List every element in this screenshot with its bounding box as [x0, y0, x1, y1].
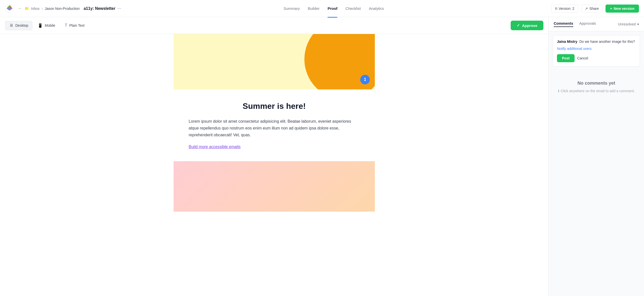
comment-pin-number: 1	[364, 77, 366, 82]
email-heading: Summer is here!	[189, 102, 360, 111]
right-sidebar: Comments Approvals Unresolved ▾ Jaina Mi…	[548, 17, 644, 296]
main-area: 🖥 Desktop 📱 Mobile T Plain Text ✓ Approv…	[0, 17, 644, 296]
cancel-comment-button[interactable]: Cancel	[577, 56, 588, 60]
folder-icon: 📁	[25, 7, 29, 11]
no-comments-hint: ℹ Click anywhere on the email to add a c…	[555, 89, 638, 93]
breadcrumb-separator: ›	[42, 7, 43, 11]
email-content: 1 Summer is here! Lorem ipsum dolor sit …	[174, 34, 375, 212]
app-logo	[5, 4, 14, 13]
email-body-text: Lorem ipsum dolor sit amet consectetur a…	[189, 118, 360, 139]
nav-checklist[interactable]: Checklist	[345, 5, 361, 12]
breadcrumb-inbox[interactable]: Inbox	[31, 7, 39, 11]
email-banner-pink	[174, 161, 375, 212]
top-navigation: → 📁 Inbox › Jason Non-Production a11y: N…	[0, 0, 644, 17]
sidebar-tab-approvals[interactable]: Approvals	[579, 21, 596, 27]
mobile-view-tab[interactable]: 📱 Mobile	[33, 21, 59, 30]
main-navigation: Summary Builder Proof Checklist Analytic…	[284, 5, 384, 12]
document-more-button[interactable]: ···	[117, 6, 121, 11]
check-icon: ✓	[517, 23, 520, 28]
desktop-tab-label: Desktop	[15, 23, 28, 27]
plain-text-view-tab[interactable]: T Plain Text	[61, 21, 89, 30]
nav-builder[interactable]: Builder	[308, 5, 319, 12]
plain-text-tab-label: Plain Text	[69, 23, 84, 27]
nav-analytics[interactable]: Analytics	[369, 5, 384, 12]
email-preview[interactable]: 1 Summer is here! Lorem ipsum dolor sit …	[0, 34, 548, 296]
approve-button[interactable]: ✓ Approve	[511, 21, 543, 30]
breadcrumb: 📁 Inbox › Jason Non-Production	[25, 7, 79, 11]
no-comments-hint-text: Click anywhere on the email to add a com…	[561, 89, 635, 93]
no-comments-section: No comments yet ℹ Click anywhere on the …	[549, 71, 644, 103]
sidebar-tabs: Comments Approvals	[554, 21, 596, 27]
approve-label: Approve	[522, 23, 537, 28]
chevron-down-icon: ▾	[637, 22, 639, 26]
document-title: a11y: Newsletter	[84, 6, 115, 11]
new-version-button[interactable]: + New version	[606, 5, 639, 13]
post-comment-button[interactable]: Post	[557, 54, 575, 62]
view-tabs: 🖥 Desktop 📱 Mobile T Plain Text	[5, 21, 89, 30]
version-icon: ⎘	[555, 7, 557, 11]
version-label: Version: 2	[559, 7, 574, 11]
share-icon: ↗	[585, 7, 588, 11]
comment-body-text: Do we have another image for this?	[579, 40, 635, 44]
plus-icon: +	[610, 7, 612, 11]
email-text-section: Summer is here! Lorem ipsum dolor sit am…	[174, 89, 375, 161]
share-label: Share	[589, 7, 599, 11]
new-version-label: New version	[614, 7, 634, 11]
nav-forward-icon: →	[17, 6, 22, 11]
info-icon: ℹ	[558, 89, 559, 93]
sidebar-status-filter[interactable]: Unresolved ▾	[618, 22, 639, 26]
no-comments-title: No comments yet	[555, 81, 638, 86]
commenter-name: Jaina Mistry	[557, 40, 577, 44]
view-toolbar: 🖥 Desktop 📱 Mobile T Plain Text ✓ Approv…	[0, 17, 548, 34]
mobile-tab-label: Mobile	[45, 23, 55, 27]
sidebar-header: Comments Approvals Unresolved ▾	[549, 17, 644, 31]
text-icon: T	[65, 23, 67, 28]
status-label: Unresolved	[618, 22, 636, 26]
comment-header: Jaina Mistry Do we have another image fo…	[557, 40, 636, 44]
comment-pin-1[interactable]: 1	[360, 75, 370, 84]
comment-card: Jaina Mistry Do we have another image fo…	[553, 35, 640, 67]
mobile-icon: 📱	[38, 23, 43, 28]
desktop-icon: 🖥	[9, 23, 13, 28]
content-panel: 🖥 Desktop 📱 Mobile T Plain Text ✓ Approv…	[0, 17, 548, 296]
nav-proof[interactable]: Proof	[328, 5, 337, 12]
sidebar-tab-comments[interactable]: Comments	[554, 21, 573, 27]
nav-right-actions: ⎘ Version: 2 ↗ Share + New version	[551, 5, 639, 13]
share-button[interactable]: ↗ Share	[581, 5, 602, 13]
nav-summary[interactable]: Summary	[284, 5, 300, 12]
version-button[interactable]: ⎘ Version: 2	[551, 5, 578, 13]
email-banner-yellow: 1	[174, 34, 375, 89]
notify-additional-users-link[interactable]: Notify additional users	[557, 47, 636, 51]
comment-actions: Post Cancel	[557, 54, 636, 62]
desktop-view-tab[interactable]: 🖥 Desktop	[5, 21, 32, 30]
breadcrumb-workspace[interactable]: Jason Non-Production	[45, 7, 80, 11]
email-link[interactable]: Build more accessible emails	[189, 145, 240, 149]
